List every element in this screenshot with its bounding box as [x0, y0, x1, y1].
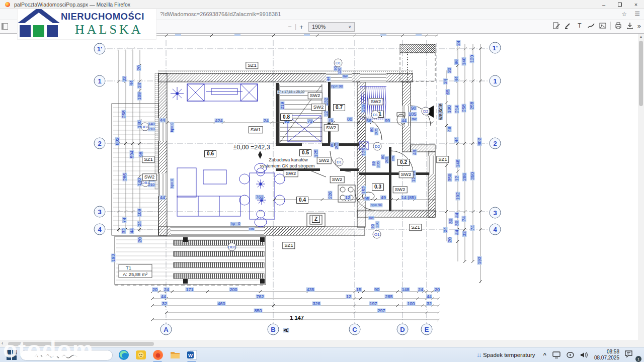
pdf-page: 1'12341'1234ABCDEA2024171200435159014824…: [0, 0, 644, 362]
entrance-arrow: [424, 106, 434, 118]
weather-widget[interactable]: Spadek temperatury: [483, 352, 535, 358]
status-tray-icon[interactable]: [567, 351, 574, 358]
draw-icon[interactable]: [587, 22, 595, 30]
taskbar-clock[interactable]: 08:58 08.07.2025: [594, 349, 619, 361]
mail-app-icon[interactable]: [134, 349, 147, 361]
stairs: [280, 84, 322, 143]
image-icon[interactable]: [599, 22, 607, 30]
temperature-drop-icon[interactable]: ↓↓: [476, 351, 480, 358]
window-title: palPocztaWiadomosciPop.aspx — Mozilla Fi…: [14, 2, 130, 8]
app-menu-icon[interactable]: ☰: [634, 11, 640, 18]
file-explorer-icon[interactable]: [169, 349, 181, 361]
volume-icon[interactable]: [580, 351, 588, 358]
notification-badge: 1: [635, 356, 641, 362]
highlighter-icon[interactable]: [564, 22, 572, 30]
firefox-icon[interactable]: [151, 349, 164, 361]
toolbar-separator: [610, 22, 611, 30]
clock-time: 08:58: [594, 349, 619, 355]
notification-icon[interactable]: 1: [624, 350, 639, 360]
logo-text-line2: HALSKA: [75, 22, 143, 37]
edge-icon[interactable]: [117, 349, 130, 361]
text-icon[interactable]: T: [576, 22, 584, 30]
floor-plan-drawing: [0, 0, 644, 362]
zoom-level-select[interactable]: 190% ∨: [308, 22, 355, 32]
print-icon[interactable]: [614, 22, 622, 30]
taskbar-search-input[interactable]: [20, 350, 113, 360]
windows-taskbar: W ↓↓ Spadek temperatury ^ 08:58 08.07.20…: [0, 347, 644, 362]
hidden-icons-chevron[interactable]: ^: [543, 352, 546, 358]
bookmark-star-icon[interactable]: ☆: [621, 11, 627, 18]
agency-logo: NIERUCHOMOŚCI HALSKA: [18, 5, 156, 39]
logo-text-line1: NIERUCHOMOŚCI: [61, 11, 144, 22]
outer-walls: [155, 70, 435, 235]
start-button[interactable]: [6, 349, 17, 360]
zoom-in-button[interactable]: +: [296, 23, 306, 31]
window-titlebar: palPocztaWiadomosciPop.aspx — Mozilla Fi…: [0, 0, 644, 9]
zoom-level-value: 190%: [312, 24, 326, 30]
svg-text:W: W: [188, 352, 193, 358]
level-mark: [258, 151, 262, 159]
more-tools-icon[interactable]: »: [637, 22, 641, 30]
url-text[interactable]: ?IdWiadomosc=26693876&IdZalacznik=991838…: [160, 11, 281, 17]
vertical-scroll-thumb[interactable]: [639, 41, 643, 106]
horizontal-scroll-thumb[interactable]: [8, 342, 154, 346]
minimize-button[interactable]: –: [596, 0, 612, 9]
zoom-out-button[interactable]: −: [285, 23, 295, 31]
edit-icon[interactable]: [552, 22, 560, 30]
door-swings: [330, 106, 434, 210]
close-button[interactable]: ×: [628, 0, 644, 9]
firefox-window-icon: [5, 2, 10, 7]
scroll-up-icon[interactable]: ▲: [638, 35, 644, 39]
house-logo-icon: [18, 5, 60, 39]
vertical-scrollbar[interactable]: ▲: [638, 34, 644, 340]
display-network-icon[interactable]: [552, 351, 560, 358]
svg-text:T: T: [578, 22, 582, 29]
horizontal-scrollbar[interactable]: ‹: [0, 340, 644, 347]
chevron-down-icon: ∨: [348, 25, 351, 29]
scroll-left-icon[interactable]: ‹: [2, 340, 3, 346]
clock-date: 08.07.2025: [594, 355, 619, 361]
deck-bottom: [115, 236, 266, 285]
download-icon[interactable]: [626, 22, 634, 30]
search-scribble: [21, 350, 111, 360]
word-icon[interactable]: W: [186, 349, 198, 361]
pdf-sidebar-toggle-icon[interactable]: [2, 23, 8, 30]
maximize-button[interactable]: [612, 0, 628, 9]
